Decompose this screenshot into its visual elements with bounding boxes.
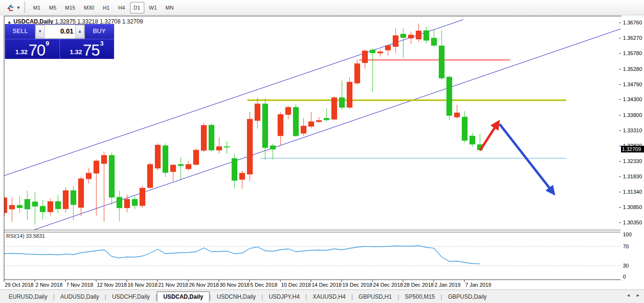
chart-arrows-icon[interactable] [5, 2, 16, 13]
tab-eurusd-daily[interactable]: EURUSD,Daily [3, 292, 53, 302]
time-axis-label: 7 Nov 2018 [66, 282, 93, 288]
candle-40 [309, 112, 314, 128]
volume-input[interactable]: 0.01 [45, 25, 75, 38]
price-tick [619, 192, 621, 192]
price-axis: 1.367601.362701.357801.352801.347901.343… [621, 16, 644, 280]
candle-18 [140, 186, 145, 208]
time-axis-label: 21 Nov 2018 [158, 282, 188, 288]
buy-button[interactable]: BUY [85, 24, 114, 39]
time-axis-label: 29 Oct 2018 [5, 282, 34, 288]
tab-scroll-right[interactable]: ► [636, 293, 640, 298]
volume-increase-button[interactable]: ▲ [75, 25, 84, 38]
tab-gbpusd-daily[interactable]: GBPUSD,Daily [442, 292, 492, 302]
toolbar-dropdown-caret[interactable]: ▼ [16, 5, 21, 10]
bullish-arrow[interactable] [480, 124, 497, 151]
timeframe-button-m15[interactable]: M15 [61, 2, 79, 13]
price-axis-label: 1.32330 [623, 158, 642, 164]
candle-39 [301, 118, 306, 136]
price-tick [619, 99, 621, 100]
timeframe-button-w1[interactable]: W1 [145, 2, 161, 13]
candle-8 [63, 187, 69, 212]
price-tick [619, 69, 621, 70]
buy-price-point: 3 [100, 35, 104, 52]
candle-48 [370, 49, 375, 93]
time-axis-label: 14 Dec 2018 [312, 282, 341, 288]
price-tick [619, 176, 621, 177]
candle-55 [424, 27, 429, 43]
candle-5 [40, 200, 46, 219]
buy-price[interactable]: 1.32 75 3 [60, 39, 114, 59]
candle-27 [209, 124, 214, 152]
tab-usdchf-daily[interactable]: USDCHF,Daily [106, 292, 156, 302]
time-axis-label: 30 Nov 2018 [220, 282, 249, 288]
chart-tab-bar: EURUSD,Daily|AUDUSD,Daily|USDCHF,Daily|U… [0, 290, 644, 303]
sell-price[interactable]: 1.32 70 9 [5, 39, 60, 59]
tab-audusd-daily[interactable]: AUDUSD,Daily [55, 292, 105, 302]
price-tick [619, 53, 621, 54]
timeframe-button-d1[interactable]: D1 [130, 2, 144, 13]
time-tick [188, 280, 188, 282]
toolbar: ▼ M1M5M15M30H1H4D1W1MN [0, 0, 644, 15]
candle-50 [386, 45, 391, 56]
time-tick [433, 280, 434, 282]
tab-xauusd-h4[interactable]: XAUUSD,H4 [307, 292, 351, 302]
tab-gbpusd-h1[interactable]: GBPUSD,H1 [353, 292, 398, 302]
tab-usdcad-daily[interactable]: USDCAD,Daily [157, 291, 209, 302]
timeframe-button-m1[interactable]: M1 [29, 2, 44, 13]
time-axis: 29 Oct 20182 Nov 20187 Nov 201812 Nov 20… [4, 280, 644, 289]
candle-22 [171, 164, 176, 181]
candle-36 [278, 112, 283, 146]
rsi-label: RSI(14) 33.5831 [6, 233, 45, 239]
time-tick [127, 280, 127, 282]
candle-52 [401, 28, 406, 58]
sell-price-base: 1.32 [15, 47, 27, 58]
time-axis-label: 10 Dec 2018 [281, 282, 311, 288]
time-axis-label: 16 Nov 2018 [128, 282, 157, 288]
rsi-axis-label: 100 [623, 232, 632, 237]
candle-47 [363, 50, 368, 69]
current-price-badge: 1.32709 [621, 146, 644, 152]
rsi-axis-label: 0 [623, 274, 626, 280]
candle-56 [432, 29, 437, 47]
candle-25 [194, 149, 199, 166]
time-tick [341, 280, 342, 282]
time-tick [157, 280, 158, 282]
candle-2 [17, 196, 23, 212]
price-tick [619, 222, 621, 223]
candle-51 [393, 28, 398, 53]
price-axis-label: 1.31340 [623, 189, 642, 195]
candle-42 [324, 108, 329, 121]
candle-14 [109, 152, 115, 205]
timeframe-button-m30[interactable]: M30 [80, 2, 98, 13]
channel-lower[interactable] [35, 29, 621, 230]
timeframe-button-mn[interactable]: MN [162, 2, 177, 13]
tab-sp500-m15[interactable]: SP500,M15 [399, 292, 441, 302]
time-axis-label: 7 Jan 2019 [465, 282, 491, 288]
price-tick [619, 161, 621, 162]
timeframe-button-h4[interactable]: H4 [114, 2, 129, 13]
candle-38 [293, 104, 299, 137]
timeframe-button-h1[interactable]: H1 [99, 2, 113, 13]
chart-tabs: EURUSD,Daily|AUDUSD,Daily|USDCHF,Daily|U… [3, 291, 492, 303]
candle-0 [4, 196, 7, 216]
one-click-trading-panel: SELL ▼ 0.01 ▲ BUY 1.32 70 9 1.32 75 3 [5, 24, 114, 59]
sell-button[interactable]: SELL [5, 24, 35, 39]
time-axis-label: 28 Dec 2018 [404, 282, 433, 288]
time-tick [280, 280, 281, 282]
volume-decrease-button[interactable]: ▼ [35, 25, 45, 38]
time-tick [249, 280, 250, 282]
time-tick [65, 280, 66, 282]
timeframe-button-m5[interactable]: M5 [45, 2, 60, 13]
tab-usdjpy-h4[interactable]: USDJPY,H4 [263, 292, 305, 302]
price-tick [619, 84, 621, 85]
candle-28 [217, 138, 222, 154]
tab-scroll-left[interactable]: ◄ [626, 293, 631, 298]
candle-26 [201, 123, 207, 152]
time-tick [4, 280, 4, 282]
volume-box: ▼ 0.01 ▲ [35, 24, 85, 39]
candle-33 [255, 98, 260, 128]
time-tick [464, 280, 465, 282]
rsi-indicator-plot[interactable] [4, 232, 621, 280]
tab-usdcnh-daily[interactable]: USDCNH,Daily [211, 292, 261, 302]
timeframe-toolbar: M1M5M15M30H1H4D1W1MN [29, 2, 178, 13]
